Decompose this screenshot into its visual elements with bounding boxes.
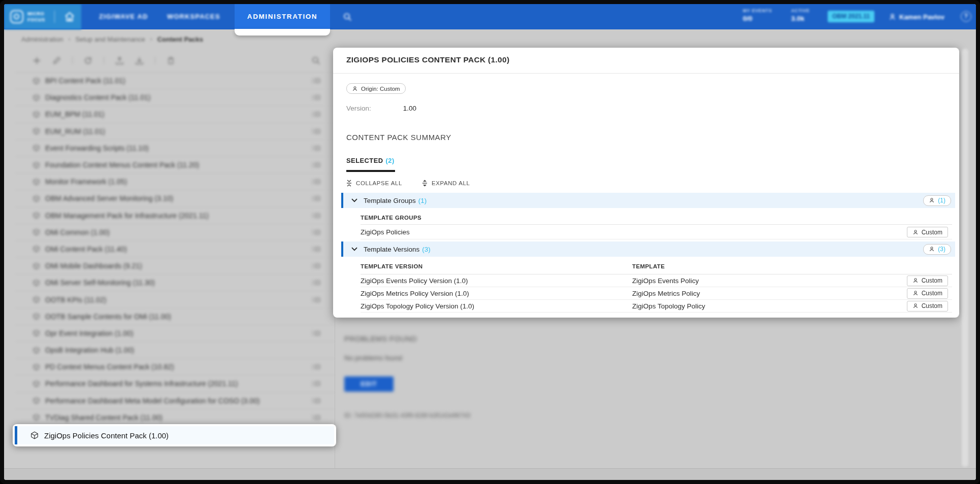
item-badge-icon — [312, 196, 320, 201]
delete-icon[interactable] — [167, 56, 175, 65]
content-pack-icon — [32, 111, 40, 118]
page-title: ZIGIOPS POLICIES CONTENT PACK (1.00) — [346, 55, 509, 64]
breadcrumb-content-packs: Content Packs — [157, 36, 203, 43]
person-icon — [912, 290, 919, 296]
content-pack-icon — [32, 262, 40, 270]
refresh-icon[interactable] — [84, 56, 92, 65]
item-badge-icon — [312, 95, 320, 100]
upload-icon[interactable] — [115, 56, 124, 65]
group-accent-bar — [341, 193, 343, 208]
content-pack-icon — [32, 279, 40, 287]
home-icon[interactable] — [63, 11, 76, 23]
user-icon — [889, 13, 896, 21]
nav-item-workspaces[interactable]: WORKSPACES — [167, 4, 220, 29]
expand-all-button[interactable]: EXPAND ALL — [421, 180, 470, 187]
topbar-search-icon[interactable] — [343, 13, 352, 21]
add-icon[interactable] — [32, 56, 41, 65]
list-item[interactable]: BPI Content Pack (11.01) — [15, 73, 335, 89]
table-row[interactable]: ZigiOps Events Policy Version (1.0) Zigi… — [361, 274, 952, 287]
version-field: Version: 1.00 — [346, 105, 416, 112]
table-row[interactable]: ZigiOps Policies Custom — [361, 225, 952, 239]
item-badge-icon — [312, 145, 320, 151]
list-item[interactable]: OpsB Integration Hub (1.00) — [15, 342, 335, 359]
edit-icon[interactable] — [52, 56, 61, 65]
breadcrumb-administration[interactable]: Administration — [21, 36, 63, 43]
nav-item-zigiwave-ad[interactable]: ZIGIWAVE AD — [99, 4, 148, 29]
list-item[interactable]: OBM Advanced Server Monitoring (3.10) — [15, 190, 335, 207]
list-item[interactable]: OOTB Sample Contents for OMi (11.00) — [15, 308, 335, 325]
toolbar-divider — [104, 57, 104, 64]
chevron-down-icon — [351, 247, 357, 251]
group-header-template-versions[interactable]: Template Versions (3) (3) — [341, 241, 955, 257]
nav-item-administration-active[interactable]: ADMINISTRATION — [235, 4, 330, 29]
content-pack-list: BPI Content Pack (11.01) Diagnostics Con… — [15, 73, 335, 426]
list-item[interactable]: Opr Event Integration (1.00) — [15, 325, 335, 342]
custom-chip: Custom — [907, 288, 948, 299]
tab-selected[interactable]: SELECTED(2) — [346, 157, 395, 164]
content-pack-list-panel: BPI Content Pack (11.01) Diagnostics Con… — [15, 49, 335, 468]
section-heading: CONTENT PACK SUMMARY — [346, 133, 451, 142]
table-header: TEMPLATE GROUPS — [361, 212, 952, 223]
collapse-all-button[interactable]: COLLAPSE ALL — [346, 180, 402, 187]
item-badge-icon — [312, 112, 320, 117]
content-pack-icon — [32, 228, 40, 236]
brand-area: MICRO FOCUS — [4, 4, 81, 29]
list-item[interactable]: Monitor Framework (1.05) — [15, 174, 335, 190]
my-events-stat[interactable]: MY EVENTS 0/0 — [743, 8, 772, 22]
list-item[interactable]: TVDiag Shared Content Pack (11.00) — [15, 409, 335, 426]
group-custom-count-badge: (1) — [923, 195, 951, 206]
problems-found-heading: PROBLEMS FOUND — [344, 335, 417, 343]
list-item[interactable]: OOTB KPIs (11.02) — [15, 291, 335, 308]
tab-count: (2) — [386, 157, 395, 164]
list-item[interactable]: Performance Dashboard Meta Model Configu… — [15, 393, 335, 409]
item-badge-icon — [312, 398, 320, 403]
content-pack-icon — [30, 431, 39, 439]
group-custom-count-badge: (3) — [923, 244, 951, 255]
table-row[interactable]: ZigiOps Metrics Policy Version (1.0) Zig… — [361, 287, 952, 300]
group-header-template-groups[interactable]: Template Groups (1) (1) — [341, 193, 955, 208]
content-pack-icon — [32, 380, 40, 388]
list-item[interactable]: PD Context Menus Content Pack (10.82) — [15, 359, 335, 375]
breadcrumb: Administration › Setup and Maintenance ›… — [21, 29, 203, 49]
item-badge-icon — [312, 297, 320, 302]
list-item[interactable]: EUM_RUM (11.01) — [15, 123, 335, 140]
download-icon[interactable] — [135, 56, 144, 65]
breadcrumb-separator-icon: › — [68, 36, 70, 43]
header-divider — [333, 73, 959, 74]
list-item[interactable]: OMi Common (1.00) — [15, 224, 335, 241]
list-item[interactable]: Performance Dashboard for Systems Infras… — [15, 375, 335, 392]
toolbar-divider — [72, 57, 73, 64]
list-item[interactable]: OMi Server Self-Monitoring (11.30) — [15, 274, 335, 291]
table-row[interactable]: ZigiOps Topology Policy Version (1.0) Zi… — [361, 300, 952, 313]
edit-button[interactable]: EDIT — [344, 376, 394, 392]
origin-badge: Origin: Custom — [346, 83, 406, 94]
scrollbar[interactable] — [962, 49, 968, 467]
list-search-icon[interactable] — [312, 56, 320, 65]
list-item[interactable]: EUM_BPM (11.01) — [15, 106, 335, 123]
content-pack-icon — [32, 413, 40, 421]
list-item[interactable]: OBM Management Pack for Infrastructure (… — [15, 208, 335, 224]
list-item[interactable]: OMi Content Pack (11.40) — [15, 241, 335, 258]
active-events-stat[interactable]: ACTIVE 3.0k — [791, 8, 810, 22]
toolbar-divider — [155, 57, 155, 64]
selected-item-label: ZigiOps Policies Content Pack (1.00) — [44, 431, 169, 440]
list-item[interactable]: OMi Mobile Dashboards (9.21) — [15, 258, 335, 274]
help-icon[interactable]: ? — [961, 11, 971, 22]
list-item-selected[interactable]: ZigiOps Policies Content Pack (1.00) — [15, 426, 334, 444]
person-icon — [912, 303, 919, 309]
active-tab-underline — [235, 29, 330, 36]
list-item[interactable]: Event Forwarding Scripts (11.10) — [15, 140, 335, 157]
list-item[interactable]: Foundation Context Menus Content Pack (1… — [15, 157, 335, 174]
selected-list-item-spotlight: ZigiOps Policies Content Pack (1.00) — [13, 424, 336, 446]
item-badge-icon — [312, 280, 320, 286]
user-menu[interactable]: Kamen Pavlov — [889, 11, 944, 22]
item-badge-icon — [312, 162, 320, 168]
item-badge-icon — [312, 213, 320, 218]
content-pack-detail-panel: ZIGIOPS POLICIES CONTENT PACK (1.00) Ori… — [333, 48, 959, 318]
breadcrumb-setup-and-maintenance[interactable]: Setup and Maintenance — [75, 36, 145, 43]
content-pack-icon — [32, 296, 40, 303]
table-header: TEMPLATE VERSION TEMPLATE — [361, 261, 952, 272]
active-tab-indicator — [346, 170, 395, 172]
list-item[interactable]: Diagnostics Content Pack (11.01) — [15, 89, 335, 106]
content-pack-icon — [32, 363, 40, 371]
